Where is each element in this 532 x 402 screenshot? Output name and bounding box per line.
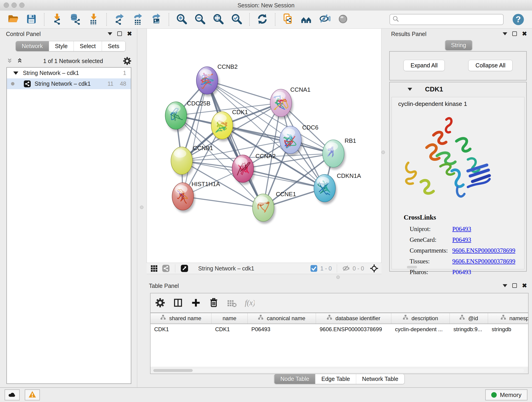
column-header-name[interactable]: name: [211, 313, 248, 324]
table-row[interactable]: CDK1CDK1P064939606.ENSP00000378699cyclin…: [151, 324, 528, 335]
fit-selected-crosshair-icon[interactable]: [370, 264, 378, 273]
tab-network[interactable]: Network: [16, 41, 49, 51]
export-image-button[interactable]: [148, 13, 164, 26]
left-splitter-handle[interactable]: [140, 206, 143, 209]
crosslink-value-link[interactable]: P06493: [452, 225, 471, 233]
table-panel: Table Panel ✖ f(x) shared namenamecanoni…: [147, 281, 532, 387]
search-box[interactable]: [389, 14, 504, 25]
column-header-description[interactable]: description: [391, 313, 450, 324]
column-header-shared-name[interactable]: shared name: [151, 313, 211, 324]
close-panel-icon[interactable]: ✖: [127, 32, 132, 36]
network-collection-row[interactable]: String Network – cdk1 1: [7, 68, 131, 78]
crosslink-value-link[interactable]: 9606.ENSP00000378699: [452, 258, 515, 265]
new-network-from-selection-button[interactable]: [280, 13, 296, 26]
tab-network-table[interactable]: Network Table: [356, 374, 404, 384]
detach-view-icon[interactable]: [180, 264, 189, 273]
panel-menu-icon[interactable]: [503, 284, 507, 287]
expand-all-button[interactable]: Expand All: [404, 60, 445, 71]
function-builder-button[interactable]: f(x): [244, 298, 254, 308]
show-all-button[interactable]: [336, 13, 351, 26]
table-splitter[interactable]: [147, 274, 532, 281]
panel-menu-icon[interactable]: [108, 32, 112, 35]
maximize-window-icon[interactable]: [19, 2, 25, 8]
float-panel-icon[interactable]: [117, 32, 122, 36]
crosslink-value-link[interactable]: 9606.ENSP00000378699: [452, 247, 515, 254]
network-canvas[interactable]: CCNB2CCNA1CDC25BCDK1CDC6RB1CCNB1CCNA2CDK…: [147, 29, 381, 263]
node-CCNB2[interactable]: [196, 67, 219, 96]
table-horizontal-scrollbar[interactable]: [153, 369, 524, 372]
help-button[interactable]: ?: [512, 13, 525, 26]
node-CDKN1A[interactable]: [314, 174, 337, 204]
zoom-selected-button[interactable]: [229, 13, 244, 26]
tab-string[interactable]: String: [445, 40, 472, 50]
zoom-fit-button[interactable]: [211, 13, 226, 26]
tab-edge-table[interactable]: Edge Table: [316, 374, 356, 384]
tab-select[interactable]: Select: [74, 41, 102, 51]
string-network-graph[interactable]: CCNB2CCNA1CDC25BCDK1CDC6RB1CCNB1CCNA2CDK…: [147, 29, 381, 263]
crosslink-row: Uniprot:P06493: [410, 224, 520, 235]
node-CCNA1[interactable]: [270, 89, 293, 119]
float-panel-icon[interactable]: [512, 283, 517, 288]
import-network-from-database-button[interactable]: [68, 13, 83, 26]
node-CCNA2[interactable]: [232, 155, 255, 185]
memory-button[interactable]: Memory: [485, 389, 527, 400]
edge-CCNB2-HIST1H1A[interactable]: [183, 80, 207, 196]
zoom-out-button[interactable]: [192, 13, 208, 26]
float-panel-icon[interactable]: [512, 32, 517, 36]
network-row-selected[interactable]: String Network – cdk1 11 48: [7, 78, 131, 89]
tab-sets[interactable]: Sets: [102, 41, 125, 51]
close-panel-icon[interactable]: ✖: [522, 32, 527, 36]
panel-menu-icon[interactable]: [503, 32, 507, 35]
export-table-button[interactable]: [130, 13, 145, 26]
minimize-window-icon[interactable]: [12, 2, 17, 8]
node-CCNE1[interactable]: [253, 194, 275, 224]
tab-style[interactable]: Style: [49, 41, 74, 51]
tab-node-table[interactable]: Node Table: [274, 374, 316, 384]
export-network-button[interactable]: [112, 13, 127, 26]
network-options-gear-icon[interactable]: [123, 57, 132, 65]
close-panel-icon[interactable]: ✖: [522, 283, 527, 288]
show-columns-button[interactable]: [173, 298, 183, 308]
first-neighbors-button[interactable]: [299, 13, 314, 26]
column-header-namespac[interactable]: namespac: [488, 313, 528, 324]
selected-checkbox-icon[interactable]: [310, 264, 318, 273]
node-CCNB1[interactable]: [171, 147, 194, 177]
search-input[interactable]: [401, 16, 501, 23]
column-header-database-identifier[interactable]: database identifier: [316, 313, 391, 324]
node-CDC6[interactable]: [280, 126, 303, 156]
node-RB1[interactable]: [323, 140, 346, 170]
table-toolbar: f(x): [155, 296, 254, 310]
close-window-icon[interactable]: [4, 2, 9, 8]
entry-expander-icon[interactable]: [408, 88, 412, 91]
zoom-in-icon: [176, 13, 187, 26]
expand-all-icon[interactable]: [17, 57, 23, 64]
save-session-button[interactable]: [24, 13, 39, 26]
table-options-button[interactable]: [155, 298, 165, 308]
crosslink-value-link[interactable]: P06493: [452, 236, 471, 243]
bottom-splitter-handle[interactable]: [336, 275, 340, 279]
import-network-from-file-button[interactable]: [50, 13, 65, 26]
warnings-button[interactable]: [25, 389, 40, 400]
column-header-@id[interactable]: @id: [450, 313, 488, 324]
column-header-canonical-name[interactable]: canonical name: [248, 313, 316, 324]
right-splitter-handle[interactable]: [381, 151, 385, 154]
delete-column-button[interactable]: [209, 298, 219, 308]
cloud-status-button[interactable]: [5, 389, 20, 400]
entry-header[interactable]: CDK1: [390, 82, 526, 96]
collapse-all-icon[interactable]: [6, 57, 13, 64]
edge-CCNB2-CCNE1[interactable]: [207, 80, 263, 208]
node-CDK1[interactable]: [211, 112, 234, 141]
import-table-from-file-button[interactable]: [86, 13, 101, 26]
network-overview-icon[interactable]: [162, 264, 170, 273]
zoom-in-button[interactable]: [174, 13, 189, 26]
birdseye-grid-icon[interactable]: [150, 264, 158, 273]
add-column-button[interactable]: [191, 298, 201, 308]
apply-layout-button[interactable]: [255, 13, 270, 26]
delete-table-button[interactable]: [227, 298, 237, 308]
scrollbar-thumb[interactable]: [153, 369, 193, 372]
results-scrollbar-thumb[interactable]: [407, 266, 417, 268]
open-session-button[interactable]: [6, 13, 21, 26]
collapse-all-button[interactable]: Collapse All: [468, 60, 513, 71]
hide-selected-button[interactable]: [317, 13, 332, 26]
collection-expander-icon[interactable]: [13, 71, 18, 75]
